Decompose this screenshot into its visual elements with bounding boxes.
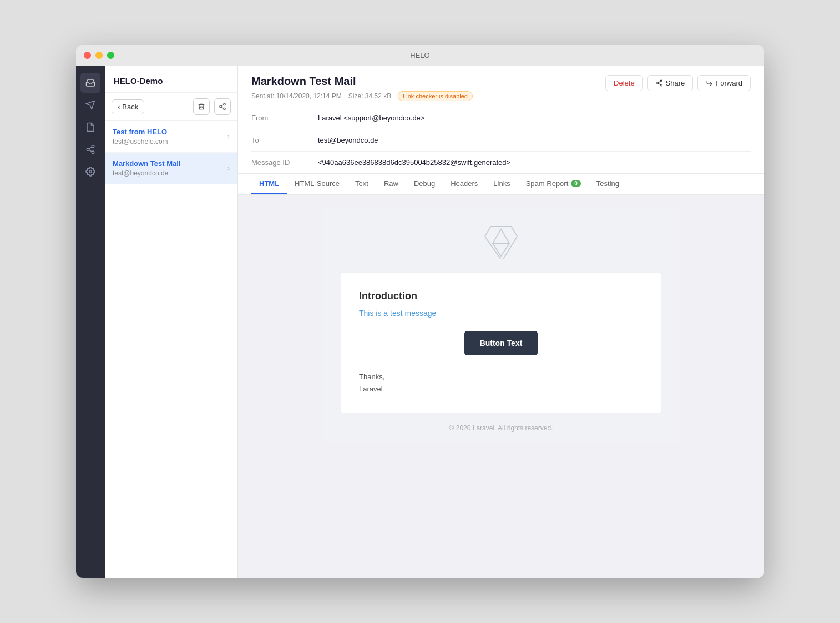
from-value: Laravel <support@beyondco.de> <box>318 114 751 122</box>
left-panel: HELO-Demo ‹ Back <box>105 66 238 578</box>
nav-send[interactable] <box>80 95 100 115</box>
svg-line-4 <box>89 147 92 149</box>
email-intro-title: Introduction <box>359 290 643 302</box>
mail-item[interactable]: Markdown Test Mail test@beyondco.de › <box>105 153 237 184</box>
back-chevron-icon: ‹ <box>118 103 120 111</box>
email-preview-area: Introduction This is a test message Butt… <box>238 195 764 578</box>
tabs-bar: HTML HTML-Source Text Raw Debug Headers <box>238 174 764 195</box>
main-content: Markdown Test Mail Sent at: 10/14/2020, … <box>238 66 764 578</box>
link-checker-badge: Link checker is disabled <box>398 91 473 101</box>
share-email-button[interactable]: Share <box>647 75 694 91</box>
title-bar: HELO <box>76 45 764 66</box>
thanks-line1: Thanks, <box>359 371 643 383</box>
from-label: From <box>251 114 318 122</box>
app-window: HELO <box>76 45 764 578</box>
tab-links[interactable]: Links <box>485 174 518 194</box>
left-panel-header: HELO-Demo <box>105 66 237 93</box>
email-title: Markdown Test Mail <box>251 75 473 88</box>
thanks-line2: Laravel <box>359 383 643 395</box>
svg-line-3 <box>89 150 92 152</box>
tab-html-source[interactable]: HTML-Source <box>287 174 347 194</box>
svg-point-6 <box>224 103 226 105</box>
back-label: Back <box>122 103 138 111</box>
svg-point-5 <box>89 170 92 173</box>
nav-share[interactable] <box>80 139 100 159</box>
trash-button[interactable] <box>193 98 210 115</box>
svg-point-8 <box>224 108 226 110</box>
mail-item-name: Test from HELO <box>113 128 168 136</box>
svg-line-10 <box>221 105 224 106</box>
email-preview-frame: Introduction This is a test message Butt… <box>323 208 679 443</box>
message-id-label: Message ID <box>251 158 318 167</box>
mail-item-name: Markdown Test Mail <box>113 159 181 168</box>
mail-item-email: test@usehelo.com <box>113 138 168 145</box>
email-footer: © 2020 Laravel. All rights reserved. <box>323 413 679 443</box>
to-row: To test@beyondco.de <box>251 129 751 152</box>
spam-report-badge: 0 <box>571 180 581 187</box>
nav-files[interactable] <box>80 117 100 137</box>
svg-point-12 <box>656 82 658 84</box>
icon-sidebar <box>76 66 105 578</box>
email-cta-button[interactable]: Button Text <box>464 331 538 355</box>
chevron-right-icon: › <box>227 164 230 172</box>
size-label: Size: 34.52 kB <box>348 92 391 100</box>
tab-spam-report[interactable]: Spam Report 0 <box>518 174 589 194</box>
message-id-value: <940aa636ee386838d6dc395004b25832@swift.… <box>318 158 751 167</box>
email-header: Markdown Test Mail Sent at: 10/14/2020, … <box>238 66 764 107</box>
mail-item-email: test@beyondco.de <box>113 169 181 177</box>
nav-inbox[interactable] <box>80 73 100 93</box>
sent-at-label: Sent at: 10/14/2020, 12:14 PM <box>251 92 342 100</box>
maximize-button[interactable] <box>107 52 114 59</box>
tab-text[interactable]: Text <box>347 174 376 194</box>
svg-point-11 <box>660 80 662 82</box>
email-meta: Sent at: 10/14/2020, 12:14 PM Size: 34.5… <box>251 91 473 101</box>
delete-button[interactable]: Delete <box>605 75 643 91</box>
mail-item[interactable]: Test from HELO test@usehelo.com › <box>105 121 237 153</box>
svg-line-14 <box>658 83 660 84</box>
from-row: From Laravel <support@beyondco.de> <box>251 107 751 129</box>
app-body: HELO-Demo ‹ Back <box>76 66 764 578</box>
tab-headers[interactable]: Headers <box>443 174 485 194</box>
email-info-section: From Laravel <support@beyondco.de> To te… <box>238 107 764 174</box>
forward-button[interactable]: Forward <box>697 75 751 91</box>
left-panel-toolbar: ‹ Back <box>105 93 237 121</box>
close-button[interactable] <box>84 52 91 59</box>
email-intro-text: This is a test message <box>359 309 643 318</box>
back-button[interactable]: ‹ Back <box>112 99 144 114</box>
svg-point-0 <box>92 145 94 148</box>
email-thanks: Thanks, Laravel <box>359 371 643 395</box>
svg-point-13 <box>660 84 662 86</box>
tab-debug[interactable]: Debug <box>406 174 443 194</box>
svg-point-1 <box>87 148 89 151</box>
forward-label: Forward <box>716 79 742 87</box>
window-title: HELO <box>410 51 429 59</box>
mail-list: Test from HELO test@usehelo.com › Markdo… <box>105 121 237 578</box>
tab-html[interactable]: HTML <box>251 174 287 194</box>
to-label: To <box>251 136 318 144</box>
laravel-logo-icon <box>484 226 518 259</box>
svg-point-7 <box>220 105 222 108</box>
message-id-row: Message ID <940aa636ee386838d6dc395004b2… <box>251 152 751 173</box>
svg-point-2 <box>92 151 94 154</box>
tab-raw[interactable]: Raw <box>376 174 406 194</box>
share-label: Share <box>666 79 685 87</box>
chevron-right-icon: › <box>227 133 230 140</box>
email-body-card: Introduction This is a test message Butt… <box>341 273 661 413</box>
to-value: test@beyondco.de <box>318 136 751 144</box>
email-logo-area <box>323 208 679 273</box>
email-preview-container: Introduction This is a test message Butt… <box>323 208 679 443</box>
minimize-button[interactable] <box>95 52 103 59</box>
nav-settings[interactable] <box>80 162 100 182</box>
app-name-label: HELO-Demo <box>114 76 163 86</box>
tab-testing[interactable]: Testing <box>589 174 627 194</box>
svg-line-9 <box>221 107 224 108</box>
svg-line-15 <box>658 82 660 83</box>
share-button[interactable] <box>214 98 231 115</box>
